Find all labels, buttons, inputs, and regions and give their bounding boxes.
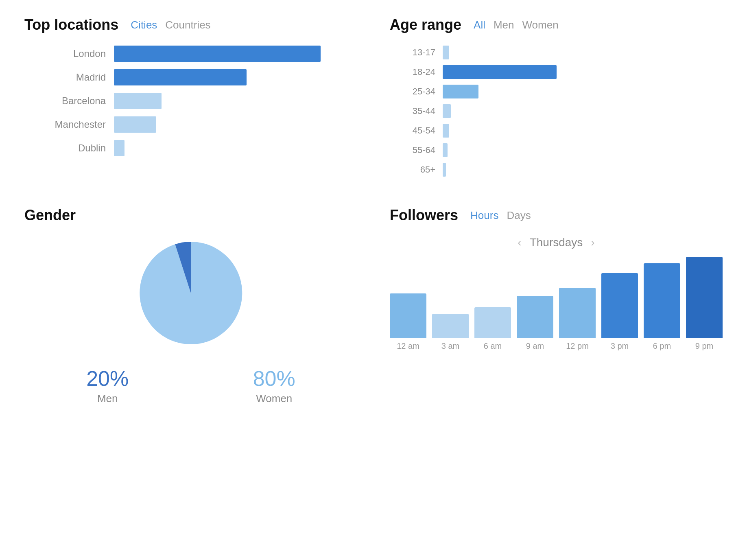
followers-bar-col: 9 am [517,296,553,351]
gender-title: Gender [24,207,76,224]
pie-chart-container [24,236,357,350]
followers-time-label: 3 pm [611,341,629,351]
day-label: Thursdays [530,236,583,249]
top-locations-section: Top locations Cities Countries LondonMad… [24,16,357,182]
list-item: 18-24 [394,65,723,79]
followers-time-label: 6 pm [653,341,671,351]
list-item: 25-34 [394,85,723,98]
age-label: 45-54 [394,125,443,136]
gender-header: Gender [24,207,357,224]
tab-all[interactable]: All [474,19,485,31]
age-bar-fill [443,104,451,118]
list-item: 45-54 [394,124,723,138]
top-locations-chart: LondonMadridBarcelonaManchesterDublin [24,46,357,156]
top-locations-title: Top locations [24,16,118,33]
followers-bar-fill [517,296,553,338]
gender-men-stat: 20% Men [24,362,191,409]
tab-days[interactable]: Days [507,209,531,222]
tab-men[interactable]: Men [494,19,514,31]
followers-bar-col: 6 pm [644,263,680,351]
age-label: 35-44 [394,106,443,116]
age-range-tabs: All Men Women [474,19,559,31]
next-day-button[interactable]: › [591,236,594,249]
age-bar-fill [443,65,557,79]
age-label: 18-24 [394,67,443,77]
bar-track [114,69,357,85]
age-range-header: Age range All Men Women [390,16,723,33]
bar-fill [114,46,321,62]
followers-bar-col: 3 pm [601,273,638,351]
followers-bar-col: 12 am [390,293,426,351]
list-item: Madrid [33,69,357,85]
age-bar-fill [443,163,446,177]
city-label: London [33,48,114,59]
age-label: 13-17 [394,47,443,58]
list-item: 35-44 [394,104,723,118]
age-bar-fill [443,124,449,138]
gender-section: Gender 20% Men 80% Women [24,207,357,409]
followers-bar-fill [686,257,723,338]
bar-fill [114,93,162,109]
followers-tabs: Hours Days [470,209,531,222]
pie-slice-women [140,242,242,344]
bar-track [114,46,357,62]
list-item: London [33,46,357,62]
followers-title: Followers [390,207,458,224]
top-locations-header: Top locations Cities Countries [24,16,357,33]
followers-bar-fill [474,307,511,338]
followers-bar-chart: 12 am3 am6 am9 am12 pm3 pm6 pm9 pm [390,261,723,351]
tab-women[interactable]: Women [522,19,559,31]
city-label: Dublin [33,142,114,154]
age-range-chart: 13-1718-2425-3435-4445-5455-6465+ [390,46,723,177]
tab-countries[interactable]: Countries [165,19,210,31]
pie-chart [134,236,248,350]
list-item: 55-64 [394,143,723,157]
women-percentage: 80% [199,366,349,391]
age-bar-fill [443,46,449,59]
gender-women-stat: 80% Women [191,362,358,409]
followers-bar-col: 12 pm [559,288,596,351]
followers-bar-col: 6 am [474,307,511,351]
followers-bar-fill [644,263,680,338]
followers-day-nav: ‹ Thursdays › [390,236,723,249]
bar-fill [114,69,247,85]
age-range-title: Age range [390,16,461,33]
age-label: 25-34 [394,86,443,97]
gender-stats: 20% Men 80% Women [24,362,357,409]
bar-track [114,116,357,133]
tab-hours[interactable]: Hours [470,209,498,222]
list-item: 13-17 [394,46,723,59]
followers-time-label: 3 am [441,341,459,351]
list-item: Barcelona [33,93,357,109]
followers-bar-col: 9 pm [686,257,723,351]
bar-track [114,93,357,109]
followers-time-label: 9 pm [695,341,713,351]
followers-header: Followers Hours Days [390,207,723,224]
tab-cities[interactable]: Cities [131,19,157,31]
dashboard: Top locations Cities Countries LondonMad… [24,16,723,409]
city-label: Barcelona [33,95,114,107]
age-label: 55-64 [394,145,443,155]
followers-time-label: 6 am [484,341,502,351]
men-label: Men [33,392,183,405]
followers-bar-fill [559,288,596,338]
top-locations-tabs: Cities Countries [131,19,210,31]
bar-track [114,140,357,156]
followers-bar-fill [390,293,426,338]
city-label: Manchester [33,119,114,130]
followers-bar-fill [432,314,469,338]
age-bar-fill [443,143,448,157]
bar-fill [114,116,156,133]
followers-time-label: 12 am [397,341,419,351]
age-bar-fill [443,85,478,98]
women-label: Women [199,392,349,405]
followers-bar-col: 3 am [432,314,469,351]
age-range-section: Age range All Men Women 13-1718-2425-343… [390,16,723,182]
list-item: Dublin [33,140,357,156]
men-percentage: 20% [33,366,183,391]
prev-day-button[interactable]: ‹ [518,236,521,249]
age-label: 65+ [394,164,443,175]
city-label: Madrid [33,72,114,83]
followers-time-label: 9 am [526,341,544,351]
followers-bar-fill [601,273,638,338]
